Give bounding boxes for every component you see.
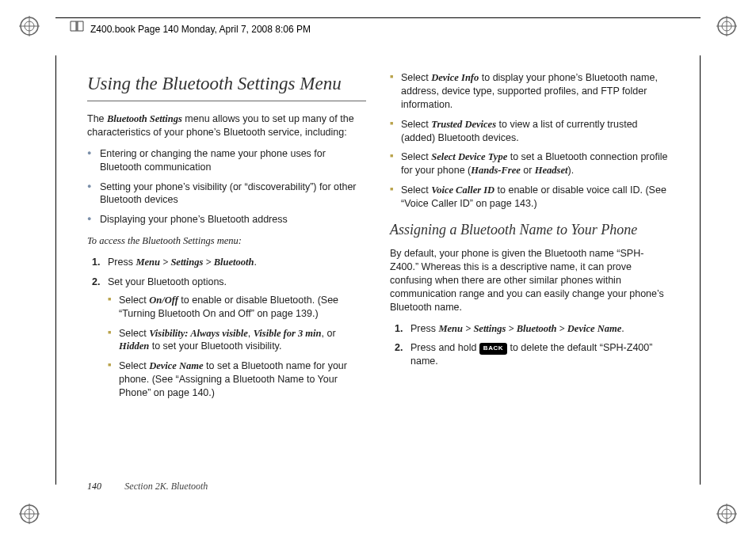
feature-list: Entering or changing the name your phone… — [87, 147, 366, 226]
instruction-lead: To access the Bluetooth Settings menu: — [87, 234, 366, 248]
step-item: 2. Set your Bluetooth options. Select On… — [87, 276, 366, 400]
subsection-title: Assigning a Bluetooth Name to Your Phone — [390, 220, 669, 239]
sub-item: Select Device Info to display your phone… — [390, 71, 669, 112]
book-icon — [70, 21, 84, 32]
page-footer: 140 Section 2K. Bluetooth — [87, 481, 208, 492]
right-rule — [700, 55, 701, 485]
sub-item: Select Visibility: Always visible, Visib… — [108, 327, 366, 354]
section-title: Using the Bluetooth Settings Menu — [87, 71, 366, 101]
list-item: Entering or changing the name your phone… — [87, 147, 366, 174]
column-left: Using the Bluetooth Settings Menu The Bl… — [87, 71, 366, 408]
sub-item: Select Select Device Type to set a Bluet… — [390, 150, 669, 177]
reg-mark-icon — [19, 16, 40, 36]
sub-item: Select On/Off to enable or disable Bluet… — [108, 294, 366, 321]
page-body: Using the Bluetooth Settings Menu The Bl… — [87, 71, 669, 492]
step-item: 1. Press Menu > Settings > Bluetooth. — [87, 256, 366, 269]
left-rule — [55, 55, 56, 485]
list-item: Setting your phone’s visibility (or “dis… — [87, 181, 366, 207]
step-item: 2. Press and hold BACK to delete the def… — [390, 341, 669, 368]
intro-paragraph: The Bluetooth Settings menu allows you t… — [87, 112, 366, 139]
steps-list: 1. Press Menu > Settings > Bluetooth. 2.… — [87, 256, 366, 400]
step-item: 1. Press Menu > Settings > Bluetooth > D… — [390, 322, 669, 336]
sub-item: Select Trusted Devices to view a list of… — [390, 118, 669, 145]
section-label: Section 2K. Bluetooth — [124, 481, 208, 492]
body-paragraph: By default, your phone is given the Blue… — [390, 247, 669, 314]
reg-mark-icon — [19, 504, 40, 524]
reg-mark-icon — [716, 16, 737, 36]
list-item: Displaying your phone’s Bluetooth addres… — [87, 213, 366, 226]
sub-item: Select Device Name to set a Bluetooth na… — [108, 359, 366, 400]
reg-mark-icon — [716, 504, 737, 524]
header-rule — [55, 17, 701, 18]
back-key-icon: BACK — [479, 343, 507, 355]
running-header: Z400.book Page 140 Monday, April 7, 2008… — [90, 24, 311, 35]
steps-list: 1. Press Menu > Settings > Bluetooth > D… — [390, 322, 669, 369]
column-right: Select Device Info to display your phone… — [390, 71, 669, 408]
sub-item: Select Voice Caller ID to enable or disa… — [390, 184, 669, 211]
page-number: 140 — [87, 481, 101, 492]
